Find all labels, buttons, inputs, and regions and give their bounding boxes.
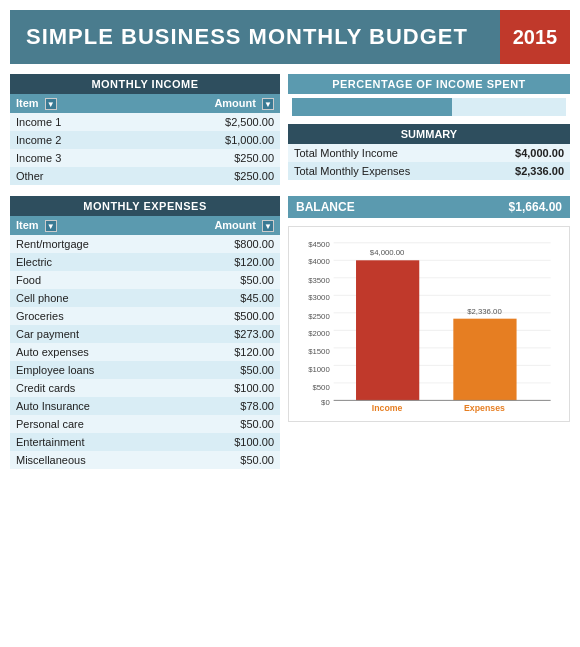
svg-text:$2,336.00: $2,336.00 <box>467 307 502 316</box>
expenses-row: Food$50.00 <box>10 271 280 289</box>
svg-text:$500: $500 <box>312 383 330 392</box>
header-title: SIMPLE BUSINESS MONTHLY BUDGET <box>26 24 484 50</box>
expense-amount: $120.00 <box>161 343 280 361</box>
expenses-row: Employee loans$50.00 <box>10 361 280 379</box>
expense-item: Food <box>10 271 161 289</box>
summary-label: Total Monthly Expenses <box>288 162 479 180</box>
amount-dropdown-icon[interactable]: ▼ <box>262 98 274 110</box>
expenses-row: Auto expenses$120.00 <box>10 343 280 361</box>
expense-amount: $50.00 <box>161 271 280 289</box>
expense-amount: $100.00 <box>161 379 280 397</box>
income-amount: $2,500.00 <box>130 113 280 131</box>
percentage-header: PERCENTAGE OF INCOME SPENT <box>288 74 570 94</box>
income-table: Item ▼ Amount ▼ Income 1$2,500.00Income … <box>10 94 280 185</box>
expenses-header: MONTHLY EXPENSES <box>10 196 280 216</box>
income-row: Income 2$1,000.00 <box>10 131 280 149</box>
expense-item: Auto expenses <box>10 343 161 361</box>
svg-text:$3000: $3000 <box>308 293 330 302</box>
expenses-row: Rent/mortgage$800.00 <box>10 235 280 253</box>
expenses-section: MONTHLY EXPENSES Item ▼ Amount ▼ Rent <box>10 196 280 469</box>
expense-amount: $45.00 <box>161 289 280 307</box>
chart-area: $4500 $4000 $3500 $3000 $2500 $2000 $150… <box>288 226 570 422</box>
expense-item: Cell phone <box>10 289 161 307</box>
expenses-row: Electric$120.00 <box>10 253 280 271</box>
expense-amount: $120.00 <box>161 253 280 271</box>
expense-amount: $50.00 <box>161 361 280 379</box>
expense-item: Groceries <box>10 307 161 325</box>
summary-row: Total Monthly Expenses$2,336.00 <box>288 162 570 180</box>
header-year: 2015 <box>513 26 558 49</box>
expense-amount: $78.00 <box>161 397 280 415</box>
expense-item: Miscellaneous <box>10 451 161 469</box>
expenses-row: Car payment$273.00 <box>10 325 280 343</box>
expense-amount: $500.00 <box>161 307 280 325</box>
expenses-row: Credit cards$100.00 <box>10 379 280 397</box>
income-item: Income 2 <box>10 131 130 149</box>
income-row: Other$250.00 <box>10 167 280 185</box>
svg-text:$2000: $2000 <box>308 329 330 338</box>
expenses-col-item: Item ▼ <box>10 216 161 235</box>
expense-item: Electric <box>10 253 161 271</box>
income-amount: $250.00 <box>130 167 280 185</box>
svg-text:$4000: $4000 <box>308 257 330 266</box>
income-row: Income 3$250.00 <box>10 149 280 167</box>
expenses-row: Entertainment$100.00 <box>10 433 280 451</box>
expense-amount: $273.00 <box>161 325 280 343</box>
header-year-box: 2015 <box>500 10 570 64</box>
income-section: MONTHLY INCOME Item ▼ Amount ▼ Income <box>10 74 280 188</box>
percentage-section: PERCENTAGE OF INCOME SPENT <box>288 74 570 116</box>
bar-chart: $4500 $4000 $3500 $3000 $2500 $2000 $150… <box>293 235 565 415</box>
expense-item: Rent/mortgage <box>10 235 161 253</box>
svg-text:Expenses: Expenses <box>464 403 505 413</box>
percentage-bar-container <box>292 98 566 116</box>
header: SIMPLE BUSINESS MONTHLY BUDGET 2015 <box>10 10 570 64</box>
svg-text:$4500: $4500 <box>308 240 330 249</box>
svg-text:$1500: $1500 <box>308 347 330 356</box>
expenses-row: Groceries$500.00 <box>10 307 280 325</box>
expenses-row: Miscellaneous$50.00 <box>10 451 280 469</box>
bottom-layout: MONTHLY EXPENSES Item ▼ Amount ▼ Rent <box>10 196 570 469</box>
expenses-row: Personal care$50.00 <box>10 415 280 433</box>
expenses-row: Auto Insurance$78.00 <box>10 397 280 415</box>
expenses-bar <box>453 319 516 401</box>
income-col-amount: Amount ▼ <box>130 94 280 113</box>
balance-value: $1,664.00 <box>509 200 562 214</box>
summary-label: Total Monthly Income <box>288 144 479 162</box>
expense-amount: $50.00 <box>161 415 280 433</box>
summary-table: Total Monthly Income$4,000.00Total Month… <box>288 144 570 180</box>
expense-amount: $50.00 <box>161 451 280 469</box>
exp-item-dropdown-icon[interactable]: ▼ <box>45 220 57 232</box>
expense-amount: $800.00 <box>161 235 280 253</box>
income-header: MONTHLY INCOME <box>10 74 280 94</box>
income-row: Income 1$2,500.00 <box>10 113 280 131</box>
svg-text:$3500: $3500 <box>308 276 330 285</box>
income-amount: $250.00 <box>130 149 280 167</box>
expense-item: Personal care <box>10 415 161 433</box>
svg-text:$2500: $2500 <box>308 312 330 321</box>
income-amount: $1,000.00 <box>130 131 280 149</box>
income-bar <box>356 260 419 400</box>
exp-amount-dropdown-icon[interactable]: ▼ <box>262 220 274 232</box>
expense-item: Car payment <box>10 325 161 343</box>
percentage-bar-fill <box>292 98 452 116</box>
summary-value: $2,336.00 <box>479 162 570 180</box>
header-title-box: SIMPLE BUSINESS MONTHLY BUDGET <box>10 10 500 64</box>
summary-value: $4,000.00 <box>479 144 570 162</box>
income-col-item: Item ▼ <box>10 94 130 113</box>
expenses-table: Item ▼ Amount ▼ Rent/mortgage$800.00Elec… <box>10 216 280 469</box>
page-wrapper: SIMPLE BUSINESS MONTHLY BUDGET 2015 MONT… <box>0 0 580 479</box>
expense-amount: $100.00 <box>161 433 280 451</box>
expense-item: Employee loans <box>10 361 161 379</box>
balance-bar: BALANCE $1,664.00 <box>288 196 570 218</box>
income-item: Income 1 <box>10 113 130 131</box>
right-chart-section: BALANCE $1,664.00 $4500 $4000 $3500 $300… <box>288 196 570 469</box>
expense-item: Credit cards <box>10 379 161 397</box>
item-dropdown-icon[interactable]: ▼ <box>45 98 57 110</box>
expense-item: Entertainment <box>10 433 161 451</box>
income-item: Income 3 <box>10 149 130 167</box>
svg-text:$4,000.00: $4,000.00 <box>370 248 405 257</box>
summary-section: SUMMARY Total Monthly Income$4,000.00Tot… <box>288 124 570 180</box>
right-top-section: PERCENTAGE OF INCOME SPENT SUMMARY Total… <box>288 74 570 188</box>
balance-label: BALANCE <box>296 200 355 214</box>
expense-item: Auto Insurance <box>10 397 161 415</box>
